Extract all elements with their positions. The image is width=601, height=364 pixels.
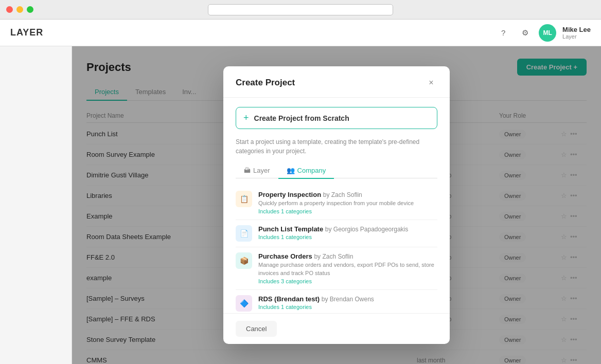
template-description: Start a project using a template, creati… (236, 137, 437, 156)
avatar: ML (539, 24, 556, 42)
template-icon: 📦 (236, 252, 252, 269)
modal-overlay: Create Project × + Create Project from S… (72, 46, 601, 364)
template-name: Property Inspection by Zach Soflin (258, 191, 437, 198)
create-from-scratch-option[interactable]: + Create Project from Scratch (236, 107, 437, 129)
modal-header: Create Project × (223, 66, 450, 98)
template-name: RDS (Brendan test) by Brendan Owens (258, 295, 437, 303)
template-includes: Includes 3 categories (258, 278, 437, 284)
modal-title: Create Project (236, 78, 295, 88)
template-item[interactable]: 📦 Purchase Orders by Zach Soflin Manage … (236, 247, 437, 290)
minimize-button[interactable] (16, 6, 23, 13)
company-icon: 👥 (287, 167, 295, 174)
url-bar[interactable] (208, 4, 393, 15)
template-includes: Includes 1 categories (258, 304, 437, 310)
user-name: Mike Lee (562, 26, 591, 33)
help-button[interactable]: ? (496, 25, 511, 41)
user-info: Mike Lee Layer (562, 26, 591, 40)
template-name: Purchase Orders by Zach Soflin (258, 252, 437, 260)
plus-icon: + (243, 113, 249, 123)
modal-close-button[interactable]: × (425, 77, 437, 89)
content-area: Projects Create Project + Projects Templ… (72, 46, 601, 364)
template-subtitle: Manage purchase orders and vendors, expo… (258, 261, 437, 277)
modal-tab-layer[interactable]: 🏔 Layer (236, 163, 278, 179)
title-bar (0, 0, 601, 20)
user-org: Layer (562, 33, 591, 40)
template-info: Purchase Orders by Zach Soflin Manage pu… (258, 252, 437, 284)
modal-footer: Cancel (223, 313, 450, 344)
template-info: RDS (Brendan test) by Brendan Owens Incl… (258, 295, 437, 312)
template-includes: Includes 1 categories (258, 208, 437, 214)
close-button[interactable] (6, 6, 13, 13)
app-logo: LAYER (10, 27, 43, 38)
cancel-button[interactable]: Cancel (236, 321, 277, 337)
settings-button[interactable]: ⚙ (517, 25, 533, 41)
scratch-label: Create Project from Scratch (254, 114, 349, 122)
template-subtitle: Quickly perform a property inspection fr… (258, 199, 437, 207)
template-info: Property Inspection by Zach Soflin Quick… (258, 191, 437, 214)
template-info: Punch List Template by Georgios Papadoge… (258, 225, 437, 242)
modal-body: + Create Project from Scratch Start a pr… (223, 98, 450, 313)
create-project-modal: Create Project × + Create Project from S… (223, 66, 450, 344)
traffic-lights (6, 6, 33, 13)
app-header: LAYER ? ⚙ ML Mike Lee Layer (0, 20, 601, 46)
template-item[interactable]: 📋 Property Inspection by Zach Soflin Qui… (236, 186, 437, 220)
template-item[interactable]: 📄 Punch List Template by Georgios Papado… (236, 220, 437, 247)
modal-tabs: 🏔 Layer 👥 Company (236, 163, 437, 178)
template-icon: 🔷 (236, 295, 252, 312)
template-icon: 📄 (236, 225, 252, 242)
header-right: ? ⚙ ML Mike Lee Layer (496, 24, 591, 42)
help-icon: ? (501, 28, 505, 37)
template-list: 📋 Property Inspection by Zach Soflin Qui… (236, 186, 437, 313)
maximize-button[interactable] (27, 6, 33, 13)
layer-icon: 🏔 (244, 167, 251, 174)
settings-icon: ⚙ (522, 28, 528, 38)
template-icon: 📋 (236, 191, 252, 207)
modal-tab-company[interactable]: 👥 Company (278, 163, 334, 179)
main-layout: Projects Create Project + Projects Templ… (0, 46, 601, 364)
template-includes: Includes 1 categories (258, 234, 437, 240)
sidebar (0, 46, 72, 364)
template-name: Punch List Template by Georgios Papadoge… (258, 225, 437, 233)
template-item[interactable]: 🔷 RDS (Brendan test) by Brendan Owens In… (236, 290, 437, 313)
